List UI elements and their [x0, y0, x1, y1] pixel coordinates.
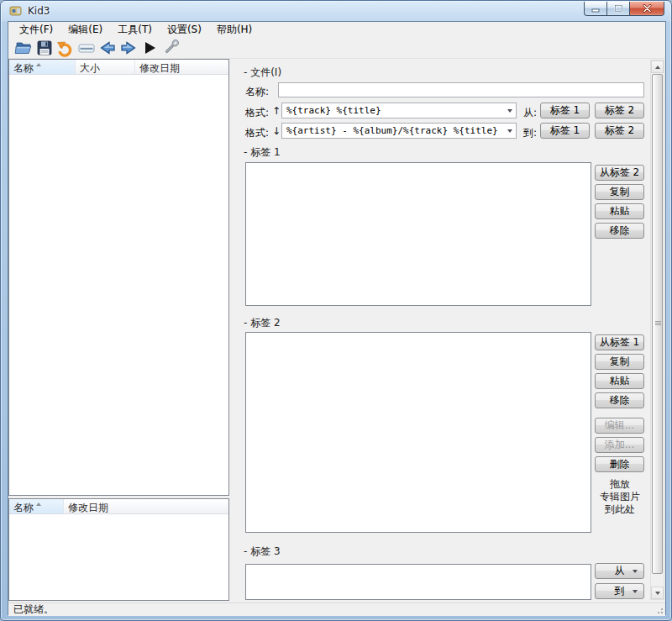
file-list-header: 名称 大小 修改日期	[9, 60, 228, 75]
app-window: Kid3 文件(F) 编辑(E) 工具(T) 设置(S)	[0, 0, 672, 621]
album-art-drop-zone[interactable]: 拖放 专辑图片 到此处	[589, 478, 651, 516]
tag1-frame-table[interactable]	[245, 162, 591, 306]
menu-settings[interactable]: 设置(S)	[160, 21, 209, 39]
drop-hint-line: 专辑图片	[589, 491, 651, 503]
picture-add-button[interactable]: 添加...	[595, 437, 644, 453]
filename-label: 名称:	[245, 85, 269, 99]
next-file-button[interactable]	[118, 39, 139, 58]
combo-dropdown-icon	[504, 129, 516, 133]
filename-to-tag1-button[interactable]: 标签 1	[540, 123, 590, 139]
wrench-icon	[161, 39, 180, 57]
sort-indicator-icon	[36, 63, 41, 66]
tag2-frame-table[interactable]	[245, 332, 591, 533]
column-header-size[interactable]: 大小	[76, 60, 135, 74]
kid3-app-icon	[9, 4, 23, 18]
configure-button[interactable]	[160, 39, 181, 58]
folder-list-panel: 名称 修改日期	[8, 498, 229, 601]
file-section-header[interactable]: - 文件(I)	[244, 66, 281, 80]
tag2-section-header[interactable]: - 标签 2	[244, 316, 281, 330]
scroll-up-icon	[655, 66, 660, 69]
previous-file-button[interactable]	[97, 39, 118, 58]
folder-column-header-name[interactable]: 名称	[9, 499, 64, 513]
minimize-button[interactable]	[584, 2, 606, 16]
column-header-modified[interactable]: 修改日期	[135, 60, 228, 74]
menubar: 文件(F) 编辑(E) 工具(T) 设置(S) 帮助(H)	[8, 22, 665, 38]
filename-from-tag1-button[interactable]: 标签 1	[540, 103, 590, 118]
combo-dropdown-icon	[504, 109, 516, 113]
format-to-arrow-icon: ↓	[272, 125, 281, 137]
tag1-section-title: 标签 1	[250, 146, 280, 158]
tag3-to-label: 到	[615, 584, 625, 598]
scroll-down-icon	[655, 592, 660, 595]
scrollbar-thumb[interactable]	[652, 74, 663, 574]
tag2-remove-button[interactable]: 移除	[595, 392, 644, 408]
tag3-section-header[interactable]: - 标签 3	[244, 545, 281, 559]
format-from-combobox[interactable]: %{track} %{title}	[281, 103, 517, 118]
tag1-section-header[interactable]: - 标签 1	[244, 145, 281, 160]
scroll-up-button[interactable]	[651, 61, 664, 73]
folder-list-body[interactable]	[9, 514, 228, 600]
play-icon	[140, 39, 159, 57]
menu-edit[interactable]: 编辑(E)	[60, 21, 110, 39]
window-title: Kid3	[28, 5, 50, 17]
previous-arrow-icon	[98, 39, 117, 57]
menu-help[interactable]: 帮助(H)	[209, 21, 260, 39]
scroll-down-button[interactable]	[651, 587, 664, 599]
resize-grip[interactable]	[655, 606, 664, 614]
format-from-arrow-icon: ↑	[272, 105, 281, 117]
play-button[interactable]	[139, 39, 160, 58]
scrollbar-grip-icon	[655, 321, 661, 322]
collapse-icon: -	[244, 146, 247, 158]
folder-column-header-modified[interactable]: 修改日期	[64, 499, 228, 513]
close-button[interactable]	[629, 2, 664, 16]
sort-indicator-icon	[36, 503, 41, 506]
picture-delete-button[interactable]: 删除	[595, 456, 644, 472]
tag3-from-button[interactable]: 从	[595, 563, 644, 579]
filename-input[interactable]	[278, 82, 644, 97]
filename-to-tag2-button[interactable]: 标签 2	[595, 123, 644, 139]
tag1-copy-button[interactable]: 复制	[595, 184, 644, 200]
menu-file[interactable]: 文件(F)	[12, 21, 60, 39]
revert-arrow-icon	[56, 39, 75, 57]
window-controls	[584, 2, 664, 16]
screen: Kid3 文件(F) 编辑(E) 工具(T) 设置(S)	[0, 0, 672, 621]
tag2-copy-button[interactable]: 复制	[595, 354, 644, 370]
open-folder-icon	[14, 39, 33, 57]
open-button[interactable]	[13, 39, 34, 58]
tag3-to-button[interactable]: 到	[595, 583, 644, 599]
rename-button[interactable]	[76, 39, 97, 58]
titlebar[interactable]: Kid3	[1, 1, 671, 21]
menu-tools[interactable]: 工具(T)	[110, 21, 160, 39]
tag1-remove-button[interactable]: 移除	[595, 223, 644, 239]
toolbar	[8, 38, 665, 59]
picture-edit-button[interactable]: 编辑...	[595, 418, 644, 434]
tag2-from-tag1-button[interactable]: 从标签 1	[595, 334, 644, 350]
file-section-title: 文件(I)	[250, 66, 281, 78]
close-icon	[643, 4, 652, 13]
drop-hint-line: 到此处	[589, 503, 651, 516]
tag2-section-title: 标签 2	[250, 317, 280, 329]
drop-hint-line: 拖放	[589, 478, 651, 491]
column-header-name[interactable]: 名称	[9, 60, 76, 74]
client-area: 文件(F) 编辑(E) 工具(T) 设置(S) 帮助(H)	[8, 21, 666, 615]
save-button[interactable]	[34, 39, 55, 58]
column-label-name: 名称	[13, 62, 34, 74]
collapse-icon: -	[244, 317, 247, 329]
format-to-label: 格式:	[245, 126, 269, 140]
tag2-paste-button[interactable]: 粘贴	[595, 373, 644, 389]
collapse-icon: -	[244, 545, 247, 557]
tag1-paste-button[interactable]: 粘贴	[595, 203, 644, 219]
tag3-section-title: 标签 3	[250, 545, 280, 557]
file-list-body[interactable]	[9, 75, 228, 495]
tag3-frame-table[interactable]	[245, 564, 591, 600]
column-label-modified: 修改日期	[139, 62, 180, 74]
folder-column-label-name: 名称	[13, 502, 34, 513]
text-field-icon	[77, 39, 96, 57]
filename-from-tag2-button[interactable]: 标签 2	[595, 103, 644, 118]
revert-button[interactable]	[55, 39, 76, 58]
maximize-button[interactable]	[606, 2, 629, 16]
format-to-combobox[interactable]: %{artist} - %{album}/%{track} %{title}	[281, 123, 517, 139]
tag-panel-scrollbar[interactable]	[650, 60, 664, 600]
tag1-from-tag2-button[interactable]: 从标签 2	[595, 165, 644, 181]
tag-editor-panel: - 文件(I) 名称: 格式: ↑ %{track} %{title} 从: 标…	[234, 59, 665, 601]
